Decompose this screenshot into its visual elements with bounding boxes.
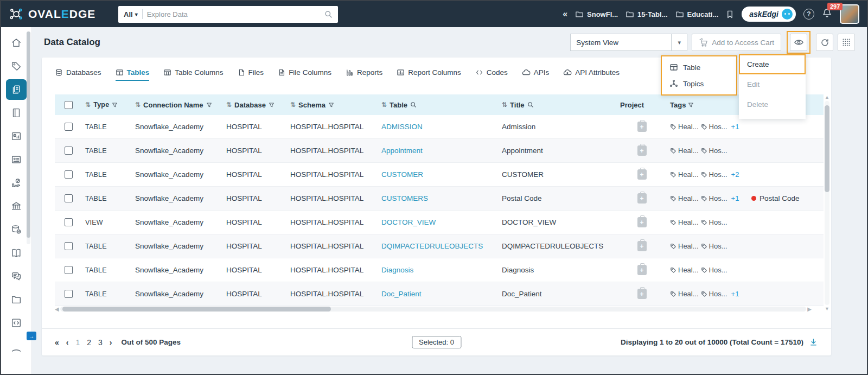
sidebar-item-endorsements[interactable] <box>6 173 27 193</box>
table-row[interactable]: TABLE Snowflake_Academy HOSPITAL HOSPITA… <box>55 234 824 258</box>
filter-icon[interactable] <box>206 102 212 108</box>
sidebar-item-home[interactable] <box>6 33 27 53</box>
table-name-link[interactable]: Diagnosis <box>381 266 413 274</box>
table-row[interactable]: TABLE Snowflake_Academy HOSPITAL HOSPITA… <box>55 258 824 282</box>
row-checkbox[interactable] <box>65 194 73 202</box>
table-row[interactable]: TABLE Snowflake_Academy HOSPITAL HOSPITA… <box>55 282 824 306</box>
table-row[interactable]: TABLE Snowflake_Academy HOSPITAL HOSPITA… <box>55 187 824 211</box>
ovaledge-logo[interactable]: OVALEDGE <box>9 7 112 22</box>
help-icon[interactable]: ? <box>803 9 814 20</box>
add-to-project-icon[interactable]: + <box>637 193 647 204</box>
tab-apis[interactable]: APIs <box>522 68 550 81</box>
more-tags-link[interactable]: +2 <box>731 170 739 179</box>
add-to-access-cart-button[interactable]: Add to Access Cart <box>692 34 781 51</box>
filter-icon[interactable] <box>112 102 118 108</box>
add-to-project-icon[interactable]: + <box>637 289 647 299</box>
tag-chip[interactable]: Hos... <box>701 242 727 250</box>
notifications-button[interactable]: 297 <box>822 8 832 21</box>
tab-codes[interactable]: Codes <box>475 68 508 81</box>
sidebar-item-glossary[interactable] <box>6 243 27 263</box>
scroll-right-icon[interactable]: ▶ <box>806 306 812 312</box>
table-name-link[interactable]: Doc_Patient <box>381 290 422 298</box>
page-number-1[interactable]: 1 <box>75 338 80 347</box>
tag-chip[interactable]: Hos... <box>701 266 727 274</box>
tag-chip[interactable]: Hos... <box>701 147 727 155</box>
tag-chip[interactable]: Heal... <box>670 147 699 155</box>
row-checkbox[interactable] <box>65 218 73 226</box>
tab-api-attributes[interactable]: API Attributes <box>563 68 620 81</box>
tag-chip[interactable]: Heal... <box>670 290 699 298</box>
add-to-project-icon[interactable]: + <box>637 217 647 227</box>
tag-chip[interactable]: Hos... <box>701 290 727 298</box>
tag-chip[interactable]: Heal... <box>670 194 699 202</box>
page-number-2[interactable]: 2 <box>87 338 91 347</box>
sort-icon[interactable]: ⇅ <box>290 101 296 109</box>
table-name-link[interactable]: CUSTOMER <box>381 170 423 179</box>
table-name-link[interactable]: ADMISSION <box>381 123 423 131</box>
scroll-left-icon[interactable]: ◀ <box>55 306 60 312</box>
sort-icon[interactable]: ⇅ <box>226 101 232 109</box>
search-scope-dropdown[interactable]: All▾ <box>124 10 138 18</box>
table-row[interactable]: VIEW Snowflake_Academy HOSPITAL HOSPITAL… <box>55 211 824 234</box>
row-checkbox[interactable] <box>65 170 73 179</box>
more-tags-link[interactable]: +1 <box>731 123 739 131</box>
row-checkbox[interactable] <box>65 266 73 274</box>
row-checkbox[interactable] <box>65 290 73 298</box>
sidebar-item-queries[interactable] <box>6 313 27 333</box>
tab-files[interactable]: Files <box>238 68 264 81</box>
add-to-project-icon[interactable]: + <box>637 265 647 275</box>
table-name-link[interactable]: Appointment <box>381 147 423 155</box>
vertical-scrollbar[interactable]: ▲ ▼ <box>825 94 829 312</box>
menu-item-delete[interactable]: Delete <box>739 94 806 115</box>
sidebar-item-files[interactable] <box>6 289 27 310</box>
horizontal-scrollbar[interactable]: ◀ ▶ <box>55 306 812 312</box>
search-input[interactable] <box>147 10 320 18</box>
tab-tables[interactable]: Tables <box>116 68 150 81</box>
tag-chip[interactable]: Heal... <box>670 170 699 179</box>
sidebar-item-tags[interactable] <box>6 56 27 77</box>
sidebar-item-data-catalog[interactable] <box>6 79 27 100</box>
tab-reports[interactable]: Reports <box>346 68 382 81</box>
breadcrumb-item-2[interactable]: 15-Tabl... <box>626 10 667 18</box>
scroll-up-icon[interactable]: ▲ <box>825 94 829 100</box>
bookmark-icon[interactable] <box>726 10 734 19</box>
sidebar-item-collaboration[interactable] <box>6 266 27 287</box>
row-checkbox[interactable] <box>65 242 73 250</box>
tab-report-columns[interactable]: Report Columns <box>397 68 461 81</box>
sidebar-item-business-glossary[interactable] <box>6 149 27 170</box>
search-icon[interactable] <box>527 101 534 108</box>
sidebar-scrollbar[interactable] <box>27 31 30 244</box>
scroll-down-icon[interactable]: ▼ <box>825 306 829 312</box>
sidebar-expand-button[interactable]: → <box>27 332 36 340</box>
add-to-project-icon[interactable]: + <box>637 122 647 132</box>
view-select-dropdown[interactable]: System View ▾ <box>570 34 687 51</box>
sort-icon[interactable]: ⇅ <box>85 101 91 109</box>
first-page-button[interactable]: « <box>55 338 59 347</box>
reset-button[interactable] <box>816 34 833 51</box>
tab-file-columns[interactable]: File Columns <box>278 68 331 81</box>
row-checkbox[interactable] <box>65 147 73 155</box>
sort-icon[interactable]: ⇅ <box>381 101 387 109</box>
download-button[interactable] <box>809 338 818 347</box>
add-to-project-icon[interactable]: + <box>637 169 647 180</box>
tag-chip[interactable]: Heal... <box>670 242 699 250</box>
next-page-button[interactable]: › <box>110 338 112 347</box>
add-to-project-icon[interactable]: + <box>637 241 647 251</box>
tag-chip[interactable]: Heal... <box>670 123 699 131</box>
more-tags-link[interactable]: +1 <box>731 194 739 202</box>
breadcrumb-item-3[interactable]: Educati... <box>675 10 719 18</box>
search-icon[interactable] <box>410 101 417 108</box>
select-all-checkbox[interactable] <box>65 101 73 109</box>
menu-item-table[interactable]: Table <box>662 60 736 75</box>
preview-button[interactable] <box>790 34 807 51</box>
user-avatar[interactable] <box>840 4 859 24</box>
sidebar-item-governance[interactable] <box>6 196 27 217</box>
table-name-link[interactable]: DQIMPACTEDRULEOBJECTS <box>381 242 483 250</box>
sidebar-item-reports[interactable] <box>6 126 27 147</box>
table-row[interactable]: TABLE Snowflake_Academy HOSPITAL HOSPITA… <box>55 115 824 139</box>
prev-page-button[interactable]: ‹ <box>66 338 69 347</box>
table-name-link[interactable]: CUSTOMERS <box>381 194 428 202</box>
tag-chip[interactable]: Hos... <box>701 170 727 179</box>
page-number-3[interactable]: 3 <box>98 338 103 347</box>
sort-icon[interactable]: ⇅ <box>135 101 141 109</box>
